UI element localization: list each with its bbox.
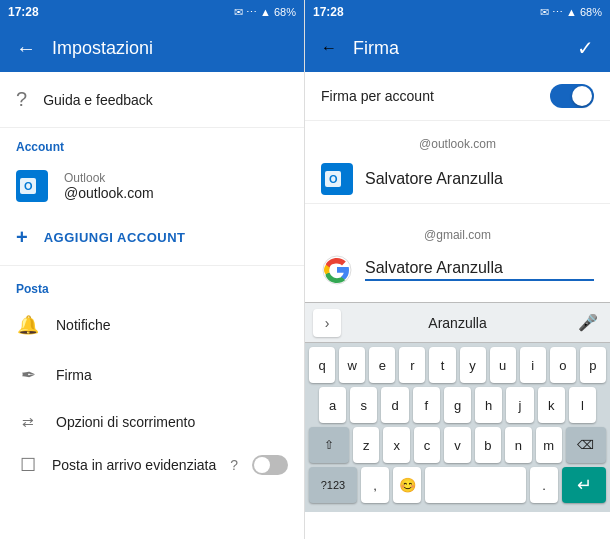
key-e[interactable]: e [369,347,395,383]
firma-label: Firma [56,367,92,383]
inbox-icon: ☐ [16,454,40,476]
page-title-left: Impostazioni [52,38,153,59]
gmail-firma-section: @gmail.com [305,212,610,302]
key-d[interactable]: d [381,387,408,423]
key-a[interactable]: a [319,387,346,423]
backspace-key[interactable]: ⌫ [566,427,606,463]
key-w[interactable]: w [339,347,365,383]
svg-text:O: O [24,180,33,192]
key-v[interactable]: v [444,427,470,463]
key-n[interactable]: n [505,427,531,463]
account-section-label: Account [0,128,304,158]
battery-left: 68% [274,6,296,18]
signature-icon: ✒ [16,364,40,386]
key-j[interactable]: j [506,387,533,423]
message-icon-r: ✉ [540,6,549,19]
key-t[interactable]: t [429,347,455,383]
firma-toggle[interactable] [550,84,594,108]
key-c[interactable]: c [414,427,440,463]
google-icon [321,254,353,286]
key-f[interactable]: f [413,387,440,423]
battery-right: 68% [580,6,602,18]
back-button-left[interactable]: ← [16,37,36,60]
shift-key[interactable]: ⇧ [309,427,349,463]
key-b[interactable]: b [475,427,501,463]
add-account-row[interactable]: + AGGIUNGI ACCOUNT [0,214,304,261]
key-s[interactable]: s [350,387,377,423]
emoji-key[interactable]: 😊 [393,467,421,503]
posta-section-label: Posta [0,270,304,300]
outlook-firma-name: Salvatore Aranzulla [365,170,594,188]
outlook-firma-email: @outlook.com [305,129,610,155]
key-m[interactable]: m [536,427,562,463]
status-icons-right: ✉ ⋯ ▲ 68% [540,6,602,19]
key-z[interactable]: z [353,427,379,463]
key-o[interactable]: o [550,347,576,383]
opzioni-label: Opzioni di scorrimento [56,414,195,430]
app-bar-right: ← Firma ✓ [305,24,610,72]
help-circle-icon: ? [230,457,238,473]
key-x[interactable]: x [383,427,409,463]
keyboard: › Aranzulla 🎤 q w e r t y u i o p [305,302,610,512]
time-right: 17:28 [313,5,344,19]
firma-toggle-row: Firma per account [305,72,610,121]
notifiche-row[interactable]: 🔔 Notifiche [0,300,304,350]
firma-content: Firma per account @outlook.com O Salvato… [305,72,610,539]
opzioni-scorrimento-row[interactable]: ⇄ Opzioni di scorrimento [0,400,304,444]
back-button-right[interactable]: ← [321,39,337,57]
status-bar-right: 17:28 ✉ ⋯ ▲ 68% [305,0,610,24]
suggestion-bar: › Aranzulla 🎤 [305,303,610,343]
outlook-account-info: Outlook @outlook.com [64,171,154,201]
kb-row-4: ?123 , 😊 . ↵ [309,467,606,503]
posta-evidenziata-row[interactable]: ☐ Posta in arrivo evidenziata ? [0,444,304,486]
key-rows: q w e r t y u i o p a s d f g [305,343,610,512]
status-bar-left: 17:28 ✉ ⋯ ▲ 68% [0,0,304,24]
help-text: Guida e feedback [43,92,153,108]
message-icon: ✉ [234,6,243,19]
section-divider [0,265,304,266]
key-y[interactable]: y [460,347,486,383]
posta-evidenziata-label: Posta in arrivo evidenziata [52,457,216,473]
gmail-firma-row [305,246,610,294]
symbols-key[interactable]: ?123 [309,467,357,503]
outlook-account-email: @outlook.com [64,185,154,201]
scroll-icon: ⇄ [16,414,40,430]
outlook-account-name: Outlook [64,171,154,185]
key-g[interactable]: g [444,387,471,423]
outlook-firma-section: @outlook.com O Salvatore Aranzulla [305,121,610,212]
gmail-firma-input[interactable] [365,259,594,281]
app-bar-left: ← Impostazioni [0,24,304,72]
wifi-icon: ⋯ [246,6,257,19]
signal-icon-r: ▲ [566,6,577,18]
confirm-button[interactable]: ✓ [577,36,594,60]
right-panel: 17:28 ✉ ⋯ ▲ 68% ← Firma ✓ Firma per acco… [305,0,610,539]
key-k[interactable]: k [538,387,565,423]
outlook-firma-icon: O [321,163,353,195]
enter-key[interactable]: ↵ [562,467,606,503]
help-feedback-row[interactable]: ? Guida e feedback [0,72,304,128]
toggle-knob [254,457,270,473]
key-r[interactable]: r [399,347,425,383]
kb-expand-button[interactable]: › [313,309,341,337]
notifiche-label: Notifiche [56,317,110,333]
key-comma[interactable]: , [361,467,389,503]
key-i[interactable]: i [520,347,546,383]
settings-content: ? Guida e feedback Account O Outlook @ou… [0,72,304,539]
firma-row[interactable]: ✒ Firma [0,350,304,400]
key-h[interactable]: h [475,387,502,423]
outlook-icon: O [16,170,48,202]
kb-row-1: q w e r t y u i o p [309,347,606,383]
key-q[interactable]: q [309,347,335,383]
kb-mic-button[interactable]: 🎤 [574,309,602,337]
firma-per-account-label: Firma per account [321,88,550,104]
status-icons-left: ✉ ⋯ ▲ 68% [234,6,296,19]
kb-suggestion-text[interactable]: Aranzulla [345,315,570,331]
gmail-firma-email: @gmail.com [305,220,610,246]
key-l[interactable]: l [569,387,596,423]
posta-evidenziata-toggle[interactable] [252,455,288,475]
outlook-account-row[interactable]: O Outlook @outlook.com [0,158,304,214]
key-p[interactable]: p [580,347,606,383]
key-dot[interactable]: . [530,467,558,503]
key-u[interactable]: u [490,347,516,383]
space-key[interactable] [425,467,526,503]
